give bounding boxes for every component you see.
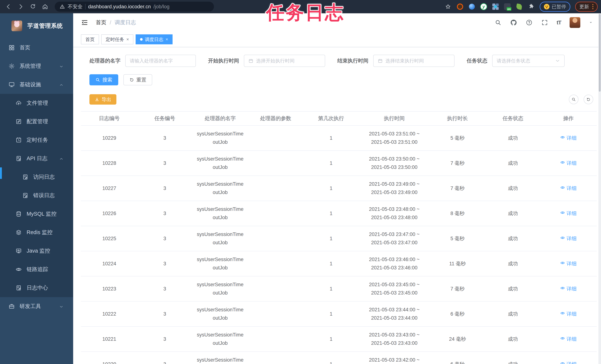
tab-close-icon[interactable]: ×: [166, 37, 168, 41]
sidebar-item-java[interactable]: Java 监控: [0, 242, 73, 260]
help-icon[interactable]: [526, 19, 533, 26]
sidebar-item-mysql[interactable]: MySQL 监控: [0, 205, 73, 223]
sidebar-item-access-log[interactable]: 访问日志: [0, 168, 73, 186]
sidebar-item-log-center[interactable]: 日志中心: [0, 279, 73, 297]
cell-status: 成功: [486, 352, 540, 364]
breadcrumb-current: 调度日志: [115, 19, 136, 26]
column-header-执行时长: 执行时长: [429, 111, 486, 125]
cell-log-id: 10226: [81, 201, 138, 226]
bookmark-star-icon[interactable]: [444, 3, 452, 10]
cell-operation: 详细: [540, 302, 597, 326]
fullscreen-icon[interactable]: [541, 19, 548, 26]
sidebar-item-error-log[interactable]: 错误日志: [0, 186, 73, 205]
tab-首页[interactable]: 首页: [81, 34, 99, 44]
avatar-caret-icon[interactable]: [589, 20, 593, 25]
extension-blue-drop-icon[interactable]: [468, 3, 475, 10]
paused-badge[interactable]: 已暂停: [540, 2, 570, 12]
browser-reload-button[interactable]: [28, 1, 38, 12]
reload-icon: [30, 3, 36, 10]
browser-back-button[interactable]: [3, 1, 14, 12]
detail-link[interactable]: 详细: [560, 209, 576, 218]
dashboard-icon: [9, 45, 15, 51]
sidebar-item-label: 链路追踪: [27, 266, 48, 273]
browser-home-button[interactable]: [40, 1, 50, 12]
cell-execute-index: 1: [303, 251, 360, 276]
search-button[interactable]: 搜索: [90, 74, 118, 85]
detail-link[interactable]: 详细: [560, 234, 576, 243]
cell-execute-time: 2021-05-03 23:44:00 ~2021-05-03 23:44:00: [360, 302, 429, 326]
tab-定时任务[interactable]: 定时任务×: [101, 34, 133, 44]
execute-time-text: 2021-05-03 23:48:00 ~2021-05-03 23:48:00: [369, 205, 420, 222]
cell-handler-name: sysUserSessionTimeoutJob: [192, 201, 249, 226]
update-button[interactable]: 更新: [575, 2, 598, 12]
sidebar-item-file[interactable]: 文件管理: [0, 94, 73, 112]
main-panel: 首页 / 调度日志 tT 首页定时任务×调度日志× 处理器的名字请输入处理器的名…: [73, 13, 601, 364]
extension-leaf-icon[interactable]: [516, 3, 523, 10]
detail-link[interactable]: 详细: [560, 134, 576, 142]
export-button[interactable]: 导出: [90, 94, 116, 105]
font-size-icon[interactable]: tT: [557, 20, 561, 26]
toggle-search-button[interactable]: [569, 95, 579, 104]
detail-link[interactable]: 详细: [560, 310, 576, 318]
window-scrollbar[interactable]: [598, 13, 601, 364]
doc-edit-icon: [16, 285, 22, 291]
extension-green-y-icon[interactable]: y: [480, 3, 487, 10]
sidebar-item-dev-tools[interactable]: 研发工具: [0, 297, 73, 316]
table-row: 102223sysUserSessionTimeoutJob12021-05-0…: [81, 302, 597, 327]
cell-execute-time: 2021-05-03 23:49:00 ~2021-05-03 23:49:00: [360, 176, 429, 201]
detail-link[interactable]: 详细: [560, 260, 576, 268]
detail-link[interactable]: 详细: [560, 285, 576, 293]
cell-status: 成功: [486, 176, 540, 201]
user-avatar[interactable]: [570, 17, 580, 28]
placeholder-text: 请输入处理器的名字: [130, 58, 173, 64]
app-window: 芋道管理系统 首页系统管理基础设施文件管理配置管理定时任务API 日志访问日志错…: [0, 13, 601, 364]
extension-grid-icon[interactable]: [492, 3, 499, 10]
refresh-table-button[interactable]: [584, 95, 593, 104]
tab-close-icon[interactable]: ×: [126, 37, 129, 41]
detail-link[interactable]: 详细: [560, 360, 576, 364]
sidebar-item-infra[interactable]: 基础设施: [0, 75, 73, 94]
browser-menu-dots-icon[interactable]: [592, 4, 593, 9]
sidebar-item-label: 文件管理: [27, 99, 48, 107]
execute-time-text: 2021-05-03 23:45:00 ~2021-05-03 23:45:00: [369, 281, 420, 297]
sidebar-item-job[interactable]: 定时任务: [0, 131, 73, 149]
scrollbar-thumb[interactable]: [599, 14, 601, 92]
sidebar-item-home[interactable]: 首页: [0, 39, 73, 57]
begin-time-input[interactable]: 选择开始执行时间: [244, 55, 325, 67]
cell-execute-time: 2021-05-03 23:51:00 ~2021-05-03 23:51:00: [360, 126, 429, 150]
url-bar[interactable]: 不安全 dashboard.yudao.iocoder.cn/job/log: [55, 2, 214, 12]
detail-link-label: 详细: [566, 360, 576, 364]
reset-button[interactable]: 重置: [123, 74, 152, 85]
extensions-puzzle-icon[interactable]: [528, 3, 535, 10]
detail-link-label: 详细: [566, 184, 576, 192]
sidebar-item-system[interactable]: 系统管理: [0, 57, 73, 75]
tab-label: 调度日志: [145, 36, 163, 42]
extension-orange-icon[interactable]: [457, 3, 463, 10]
view-detail-eye-icon: [560, 310, 565, 318]
breadcrumb-home[interactable]: 首页: [96, 19, 106, 26]
cell-execute-time: 2021-05-03 23:46:00 ~2021-05-03 23:46:00: [360, 251, 429, 276]
sidebar-collapse-button[interactable]: [81, 19, 88, 26]
job-status-input[interactable]: 请选择任务状态: [492, 55, 565, 67]
end-time-input[interactable]: 选择结束执行时间: [373, 55, 454, 67]
browser-forward-button[interactable]: [16, 1, 26, 12]
header-search-icon[interactable]: [495, 19, 501, 26]
toolbar-row: 导出: [81, 94, 597, 105]
cell-duration: 5 毫秒: [429, 126, 486, 150]
detail-link[interactable]: 详细: [560, 159, 576, 167]
detail-link[interactable]: 详细: [560, 184, 576, 192]
tab-调度日志[interactable]: 调度日志×: [136, 34, 172, 44]
extension-on-badge-icon[interactable]: on: [504, 3, 511, 10]
sidebar-item-api-log[interactable]: API 日志: [0, 149, 73, 168]
handler-name-text: sysUserSessionTimeoutJob: [197, 356, 244, 364]
sidebar-item-trace[interactable]: 链路追踪: [0, 260, 73, 279]
handler-name-input[interactable]: 请输入处理器的名字: [125, 55, 196, 67]
github-icon[interactable]: [510, 19, 517, 26]
sidebar-item-redis[interactable]: Redis 监控: [0, 223, 73, 242]
sidebar-menu: 首页系统管理基础设施文件管理配置管理定时任务API 日志访问日志错误日志MySQ…: [0, 39, 73, 316]
cell-log-id: 10222: [81, 302, 138, 326]
cell-handler-name: sysUserSessionTimeoutJob: [192, 327, 249, 351]
cell-execute-index: 1: [303, 176, 360, 201]
detail-link[interactable]: 详细: [560, 335, 576, 343]
sidebar-item-config[interactable]: 配置管理: [0, 112, 73, 131]
